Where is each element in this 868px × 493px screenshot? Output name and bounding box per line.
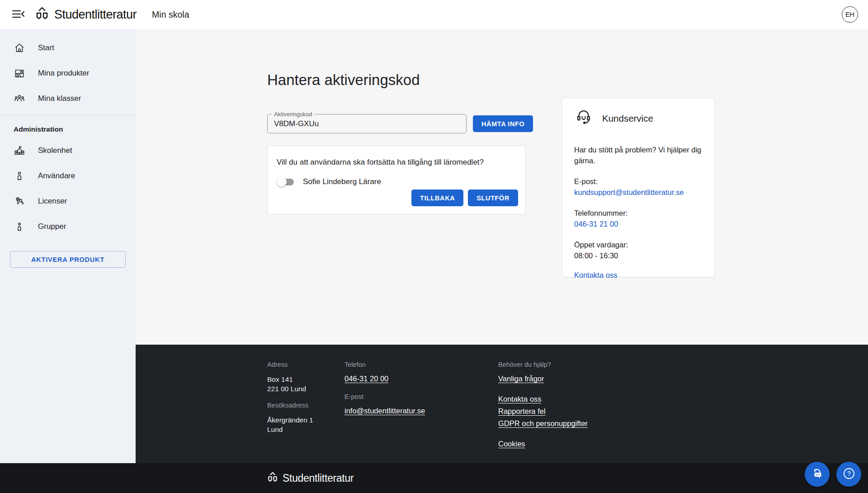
user-avatar[interactable]: EH (842, 6, 858, 23)
chat-fab-button[interactable] (805, 462, 830, 487)
sidebar-item-mina-klasser[interactable]: Mina klasser (0, 86, 136, 111)
confirm-access-card: Vill du att användarna ska fortsätta ha … (267, 146, 526, 214)
footer-address-line: Box 141 (267, 374, 313, 384)
sidebar-item-label: Licenser (38, 197, 67, 206)
main-content: Hantera aktiveringskod Aktiveringskod HÄ… (136, 29, 868, 345)
access-toggle[interactable] (277, 176, 295, 187)
sidebar-item-label: Mina klasser (38, 94, 81, 103)
support-hours-label: Öppet vardagar: (574, 239, 703, 250)
brand-lockup[interactable]: Studentlitteratur (33, 5, 137, 24)
footer-phone-link[interactable]: 046-31 20 00 (344, 374, 388, 383)
page: Studentlitteratur Min skola EH Start (0, 0, 868, 493)
sidebar-item-grupper[interactable]: Grupper (0, 214, 136, 239)
keys-icon (14, 195, 25, 207)
support-email-link[interactable]: kundsupport@studentlitteratur.se (574, 188, 684, 196)
help-question-icon: ? (842, 466, 856, 482)
footer-cookies-link[interactable]: Cookies (498, 440, 525, 448)
support-email-label: E-post: (574, 176, 703, 187)
support-contact-link[interactable]: Kontakta oss (574, 271, 617, 280)
submit-button[interactable]: SLUTFÖR (468, 190, 518, 206)
activate-product-button[interactable]: AKTIVERA PRODUKT (10, 251, 126, 268)
school-building-icon (14, 145, 25, 156)
footer-visiting-label: Besöksadress (267, 402, 313, 409)
footer-brand-lockup: Studentlitteratur (266, 470, 354, 486)
page-title: Hantera aktiveringskod (267, 71, 420, 89)
footer-contact-link[interactable]: Kontakta oss (498, 395, 541, 403)
footer-address-label: Adress (267, 361, 313, 368)
footer-report-link[interactable]: Rapportera fel (498, 407, 546, 416)
menu-collapse-button[interactable] (10, 6, 26, 23)
site-footer: Adress Box 141 221 00 Lund Besöksadress … (136, 345, 868, 463)
footer-brand-wordmark: Studentlitteratur (283, 472, 354, 484)
person-icon (14, 170, 25, 182)
sidebar-item-skolenhet[interactable]: Skolenhet (0, 138, 136, 163)
footer-help-column: Behöver du hjälp? Vanliga frågor Kontakt… (498, 361, 588, 448)
user-toggle-row: Sofie Lindeberg Lärare (277, 176, 516, 187)
activation-code-field-label: Aktiveringskod (272, 111, 315, 118)
chat-icon (811, 467, 824, 482)
footer-address-column: Adress Box 141 221 00 Lund Besöksadress … (267, 361, 313, 434)
person-icon (14, 221, 25, 232)
people-group-icon (14, 93, 25, 104)
footer-gdpr-link[interactable]: GDPR och personuppgifter (498, 419, 588, 428)
footer-address-line: 221 00 Lund (267, 384, 313, 393)
sidebar-item-anvandare[interactable]: Användare (0, 163, 136, 189)
support-hours-value: 08:00 - 16:30 (574, 250, 703, 261)
top-app-bar: Studentlitteratur Min skola EH (0, 0, 868, 29)
toggle-thumb (277, 177, 287, 187)
footer-visiting-line: Lund (267, 425, 313, 434)
support-phone-link[interactable]: 046-31 21 00 (574, 220, 618, 228)
activation-code-row: Aktiveringskod HÄMTA INFO (267, 114, 533, 133)
footer-help-label: Behöver du hjälp? (498, 361, 588, 368)
footer-phone-label: Telefon (344, 361, 425, 368)
support-phone-label: Telefonnummer: (574, 208, 703, 218)
sidebar-item-label: Användare (38, 171, 75, 180)
customer-service-title: Kundservice (602, 113, 653, 124)
main-area: Hantera aktiveringskod Aktiveringskod HÄ… (136, 29, 868, 463)
sidebar-section-administration: Administration (0, 115, 136, 138)
brand-wordmark: Studentlitteratur (54, 8, 137, 22)
sidebar-item-label: Grupper (38, 222, 66, 231)
sidebar-item-label: Skolenhet (38, 146, 72, 155)
footer-visiting-line: Åkergränden 1 (267, 415, 313, 425)
headset-support-icon (574, 108, 593, 129)
support-intro-text: Har du stött på problem? Vi hjälper dig … (574, 144, 705, 166)
svg-text:?: ? (847, 470, 851, 477)
toggle-user-label: Sofie Lindeberg Lärare (303, 177, 381, 186)
studentlitteratur-logo-icon (266, 470, 279, 486)
sidebar-item-start[interactable]: Start (0, 35, 136, 61)
back-button[interactable]: TILLBAKA (411, 190, 463, 206)
fetch-info-button[interactable]: HÄMTA INFO (473, 115, 533, 132)
sidebar: Start Mina produkter (0, 29, 136, 463)
sidebar-item-label: Start (38, 43, 54, 52)
footer-email-label: E-post (344, 393, 425, 400)
activation-code-field: Aktiveringskod (267, 114, 467, 133)
footer-faq-link[interactable]: Vanliga frågor (498, 374, 544, 383)
card-actions: TILLBAKA SLUTFÖR (411, 190, 518, 206)
sidebar-item-licenser[interactable]: Licenser (0, 189, 136, 214)
menu-open-icon (11, 8, 25, 21)
bottom-brand-bar: Studentlitteratur (0, 463, 868, 493)
sidebar-item-mina-produkter[interactable]: Mina produkter (0, 61, 136, 86)
app-title: Min skola (152, 9, 189, 20)
home-icon (14, 42, 25, 54)
footer-email-link[interactable]: info@studentlitteratur.se (344, 407, 425, 415)
bookshelf-icon (14, 67, 25, 79)
sidebar-item-label: Mina produkter (38, 69, 89, 78)
footer-contact-column: Telefon 046-31 20 00 E-post info@student… (344, 361, 425, 415)
customer-service-header: Kundservice (574, 108, 703, 129)
confirm-question: Vill du att användarna ska fortsätta ha … (277, 158, 516, 167)
help-fab-button[interactable]: ? (836, 462, 861, 487)
studentlitteratur-logo-icon (33, 5, 51, 24)
customer-service-card: Kundservice Har du stött på problem? Vi … (562, 98, 715, 277)
